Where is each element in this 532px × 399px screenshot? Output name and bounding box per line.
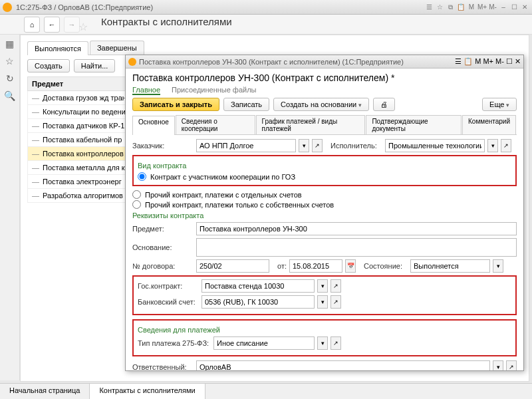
gos-bank-box: Гос.контракт:▾↗ Банковский счет:▾↗ (132, 275, 517, 315)
tray-icon[interactable]: ☆ (435, 3, 444, 12)
open-icon[interactable]: ↗ (331, 336, 341, 350)
basis-input[interactable] (196, 238, 517, 257)
customer-input[interactable] (196, 139, 296, 152)
tab-running[interactable]: Выполняются (27, 41, 88, 55)
save-button[interactable]: Записать (223, 98, 269, 111)
close-icon[interactable]: ✕ (520, 3, 529, 12)
dropdown-icon[interactable]: ▾ (493, 360, 503, 370)
docnum-label: № договора: (132, 262, 194, 270)
radio-input[interactable] (138, 172, 146, 181)
dropdown-icon[interactable]: ▾ (487, 139, 498, 152)
contract-type-box: Вид контракта Контракт с участником кооп… (132, 155, 517, 186)
forward-button[interactable]: → (64, 17, 80, 33)
executor-label: Исполнитель: (331, 142, 382, 150)
bank-input[interactable] (201, 295, 315, 309)
tray-icon[interactable]: ☰ (455, 57, 462, 65)
tray-icon[interactable]: ⧉ (446, 3, 455, 12)
tray-icon[interactable]: M+ (483, 57, 493, 65)
gos-input[interactable] (201, 279, 315, 293)
paytype-label: Тип платежа 275-ФЗ: (138, 339, 211, 347)
customer-row: Заказчик: ▾ ↗ Исполнитель: ▾ ↗ (132, 139, 517, 152)
more-button[interactable]: Еще (482, 98, 517, 111)
state-input[interactable] (410, 259, 490, 273)
date-label: от: (272, 262, 287, 270)
page-title: Контракты с исполнителями (101, 16, 232, 27)
dialog-maximize-icon[interactable]: ☐ (506, 57, 513, 65)
tray-icon[interactable]: M- (495, 57, 504, 65)
section-payment-info: Сведения для платежей (138, 326, 511, 334)
open-icon[interactable]: ↗ (331, 279, 341, 293)
link-main[interactable]: Главное (132, 86, 160, 95)
customer-label: Заказчик: (132, 142, 194, 150)
dialog-close-icon[interactable]: ✕ (515, 57, 521, 65)
tray-icon[interactable]: M- (488, 3, 497, 12)
tray-icon[interactable]: M (467, 3, 476, 12)
gos-label: Гос.контракт: (138, 282, 199, 290)
radio-goz[interactable]: Контракт с участником кооперации по ГОЗ (138, 172, 511, 181)
resp-input[interactable] (196, 360, 490, 370)
paytype-input[interactable] (213, 336, 315, 350)
app-titlebar: 1С:275-ФЗ / ОрловАВ (1С:Предприятие) ☰ ☆… (0, 0, 532, 15)
tray-icon[interactable]: 📋 (464, 57, 473, 65)
dropdown-icon[interactable]: ▾ (317, 279, 328, 293)
open-icon[interactable]: ↗ (312, 139, 323, 152)
radio-other1[interactable]: Прочий контракт, платежи с отдельных сче… (132, 190, 517, 199)
search-icon[interactable]: 🔍 (4, 90, 15, 101)
history-icon[interactable]: ↻ (6, 73, 14, 84)
open-icon[interactable]: ↗ (501, 139, 511, 152)
dropdown-icon[interactable]: ▾ (317, 336, 328, 350)
docnum-input[interactable] (196, 259, 269, 273)
dropdown-icon[interactable]: ▾ (493, 259, 503, 273)
section-contract-type: Вид контракта (138, 162, 511, 170)
create-button[interactable]: Создать (27, 59, 70, 72)
resp-label: Ответственный: (132, 363, 194, 370)
tab-completed[interactable]: Завершены (90, 41, 144, 55)
subject-input[interactable] (196, 222, 517, 235)
star-icon[interactable]: ☆ (5, 56, 14, 66)
tray-icon[interactable]: M+ (477, 3, 487, 12)
nav-toolbar: ⌂ ← → ☆ Контракты с исполнителями (0, 15, 532, 35)
open-icon[interactable]: ↗ (506, 360, 517, 370)
date-input[interactable] (289, 259, 342, 273)
dropdown-icon[interactable]: ▾ (299, 139, 309, 152)
find-button[interactable]: Найти... (74, 59, 116, 72)
inner-tab-payments[interactable]: График платежей / виды платежей (256, 115, 366, 134)
save-close-button[interactable]: Записать и закрыть (132, 98, 219, 111)
state-label: Состояние: (364, 262, 408, 270)
open-icon[interactable]: ↗ (331, 295, 341, 309)
inner-tab-main[interactable]: Основное (132, 116, 175, 135)
dialog-logo-icon (128, 58, 136, 66)
create-based-button[interactable]: Создать на основании (273, 98, 369, 111)
main-tabs: Выполняются Завершены (27, 41, 522, 55)
back-button[interactable]: ← (44, 17, 60, 33)
dropdown-icon[interactable]: ▾ (317, 295, 328, 309)
link-files[interactable]: Присоединенные файлы (172, 86, 256, 94)
menu-icon[interactable]: ▦ (5, 39, 14, 49)
bottom-tab-start[interactable]: Начальная страница (0, 384, 90, 399)
minimize-icon[interactable]: – (499, 3, 508, 12)
favorite-icon[interactable]: ☆ (78, 21, 88, 33)
left-rail: ▦ ☆ ↻ 🔍 (0, 35, 20, 380)
calendar-icon[interactable]: 📅 (345, 259, 356, 273)
inner-tab-docs[interactable]: Подтверждающие документы (366, 115, 462, 134)
system-tray: ☰ ☆ ⧉ 📋 M M+ M- – ☐ ✕ (424, 3, 529, 12)
tray-icon[interactable]: M (475, 57, 481, 65)
dialog-tray: ☰ 📋 M M+ M- ☐ ✕ (455, 57, 521, 66)
print-button[interactable]: 🖨 (373, 98, 395, 111)
radio-input[interactable] (132, 190, 141, 199)
home-button[interactable]: ⌂ (24, 17, 40, 33)
payment-info-box: Сведения для платежей Тип платежа 275-ФЗ… (132, 319, 517, 356)
dialog-titlebar: Поставка контроллеров УН-300 (Контракт с… (126, 55, 523, 68)
radio-other2[interactable]: Прочий контракт, платежи только с собств… (132, 200, 517, 209)
maximize-icon[interactable]: ☐ (509, 3, 519, 12)
executor-input[interactable] (385, 139, 485, 152)
subject-label: Предмет: (132, 225, 194, 233)
tray-icon[interactable]: ☰ (424, 3, 434, 12)
bottom-tab-current[interactable]: Контракты с исполнителями (90, 384, 205, 399)
inner-tab-comment[interactable]: Комментарий (462, 115, 516, 134)
tray-icon[interactable]: 📋 (456, 3, 466, 12)
radio-input[interactable] (132, 200, 141, 209)
section-requisites: Реквизиты контракта (132, 211, 517, 219)
inner-tab-coop[interactable]: Сведения о кооперации (176, 115, 255, 134)
basis-label: Основание: (132, 243, 194, 251)
